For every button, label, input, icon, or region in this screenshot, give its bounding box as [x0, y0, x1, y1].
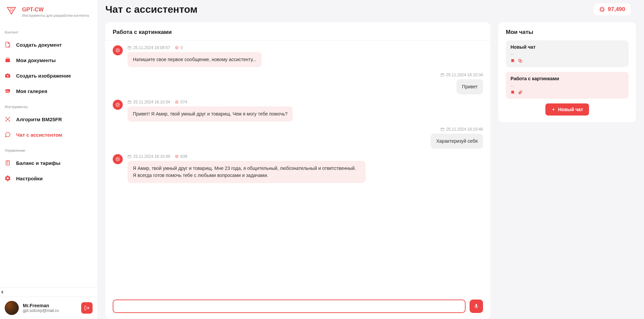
card-second-icon	[518, 58, 523, 63]
svg-point-49	[116, 103, 117, 104]
balance-chip[interactable]: 97,490	[594, 3, 631, 15]
message-bubble: Характеризуй себя	[431, 134, 483, 149]
svg-point-54	[176, 101, 177, 103]
topbar: Чат с ассистентом 97,490	[97, 0, 644, 22]
svg-point-29	[116, 49, 117, 49]
logout-button[interactable]	[81, 302, 93, 314]
svg-point-71	[116, 160, 117, 161]
message-timestamp: 25.11.2024 16:10:34	[440, 73, 483, 77]
nav-label: Настройки	[16, 176, 43, 181]
assistant-avatar-icon	[113, 100, 123, 110]
new-chat-button[interactable]: Новый чат	[545, 103, 589, 116]
svg-rect-63	[441, 128, 444, 131]
svg-point-6	[7, 75, 9, 77]
svg-point-75	[177, 155, 177, 155]
sidebar: GPT-CW Инструменты для разработки контен…	[0, 0, 97, 319]
svg-point-2	[12, 9, 13, 9]
nav-label: Моя галерея	[16, 88, 47, 94]
svg-rect-5	[5, 59, 10, 62]
user-row: Mr.Freeman gpt.solcorp@mail.ru	[0, 297, 97, 319]
chat-icon	[5, 132, 11, 138]
book-icon	[511, 58, 515, 63]
svg-point-27	[116, 50, 116, 51]
svg-point-23	[603, 10, 604, 11]
chat-card[interactable]: Работа с картинками...	[506, 72, 629, 99]
sidebar-section-label: Управление	[0, 142, 97, 155]
svg-point-58	[178, 102, 178, 102]
svg-point-81	[176, 157, 176, 157]
page-title: Чат с ассистентом	[105, 4, 198, 15]
nav-label: Алгоритм BM25FR	[16, 117, 62, 122]
brand[interactable]: GPT-CW Инструменты для разработки контен…	[0, 0, 97, 24]
svg-point-56	[177, 103, 177, 103]
message-timestamp: 25.11.2024 16:10:48	[440, 127, 483, 132]
sidebar-section-label: Инструменты	[0, 99, 97, 111]
sidebar-item-my-documents[interactable]: Мои документы	[0, 52, 97, 68]
gallery-icon	[5, 88, 11, 94]
chat-card[interactable]: Новый чат...	[506, 40, 629, 67]
svg-point-42	[177, 48, 178, 49]
sidebar-item-chat-assistant[interactable]: Чат с ассистентом	[0, 127, 97, 142]
message-assistant: 25.11.2024 16:10:49639Я Амир, твой умный…	[113, 154, 483, 183]
svg-point-37	[175, 47, 176, 48]
svg-point-65	[117, 157, 118, 158]
messages-scroll[interactable]: 25.11.2024 16:09:570Напишите свое первое…	[105, 41, 490, 300]
svg-point-15	[601, 8, 603, 11]
brand-logo-icon	[5, 6, 17, 18]
clipboard-icon	[5, 160, 11, 166]
svg-point-60	[177, 101, 178, 101]
svg-point-21	[603, 8, 604, 8]
message-bubble: Привет! Я Амир, твой умный друг и товари…	[127, 106, 293, 122]
svg-point-1	[10, 9, 11, 9]
message-bubble: Привет	[457, 79, 483, 94]
svg-point-80	[177, 155, 178, 156]
svg-rect-43	[441, 74, 444, 77]
svg-point-67	[116, 159, 116, 160]
sidebar-item-bm25fr[interactable]: Алгоритм BM25FR	[0, 111, 97, 127]
camera-icon	[5, 73, 11, 79]
new-chat-label: Новый чат	[558, 107, 583, 112]
svg-point-16	[602, 7, 602, 8]
avatar[interactable]	[5, 301, 19, 315]
message-input[interactable]	[113, 300, 466, 313]
svg-point-78	[178, 156, 178, 156]
message-bubble: Напишите свое первое сообщение, новому а…	[127, 52, 262, 67]
message-timestamp: 25.11.2024 16:10:49	[127, 154, 170, 159]
sidebar-item-create-image[interactable]: Создать изображение	[0, 68, 97, 83]
chat-card-subtitle: ...	[511, 51, 624, 56]
svg-point-50	[119, 103, 119, 104]
svg-point-30	[119, 49, 119, 49]
svg-rect-53	[128, 101, 131, 104]
assistant-avatar-icon	[113, 154, 123, 164]
sidebar-item-my-gallery[interactable]: Моя галерея	[0, 83, 97, 99]
svg-point-41	[176, 48, 176, 49]
svg-point-46	[117, 106, 118, 107]
chat-card-title: Новый чат	[511, 44, 624, 50]
chat-title: Работа с картинками	[105, 29, 490, 41]
svg-point-52	[119, 106, 119, 106]
network-icon	[5, 116, 11, 122]
user-email: gpt.solcorp@mail.ru	[23, 308, 59, 313]
svg-point-62	[177, 103, 178, 103]
message-tokens: 0	[175, 45, 183, 50]
microphone-button[interactable]	[470, 300, 483, 313]
sidebar-section-label: Контент	[0, 24, 97, 37]
svg-point-44	[117, 104, 118, 105]
svg-point-64	[117, 158, 118, 160]
message-user: 25.11.2024 16:10:34Привет	[113, 73, 483, 94]
collapse-sidebar-button[interactable]	[0, 287, 97, 297]
sidebar-item-settings[interactable]: Настройки	[0, 171, 97, 186]
message-timestamp: 25.11.2024 16:10:34	[127, 100, 170, 104]
svg-point-40	[177, 47, 178, 47]
message-assistant: 25.11.2024 16:10:34574Привет! Я Амир, тв…	[113, 100, 483, 122]
token-icon	[599, 6, 605, 12]
logout-icon	[84, 305, 90, 311]
svg-point-59	[176, 101, 176, 101]
sidebar-item-create-document[interactable]: Создать документ	[0, 37, 97, 52]
chat-panel: Работа с картинками 25.11.2024 16:09:570…	[105, 22, 490, 319]
sidebar-item-balance-tariffs[interactable]: Баланс и тарифы	[0, 155, 97, 171]
svg-point-18	[600, 9, 600, 10]
svg-point-26	[117, 52, 118, 53]
chevron-left-icon	[0, 290, 97, 294]
microphone-icon	[474, 304, 479, 309]
